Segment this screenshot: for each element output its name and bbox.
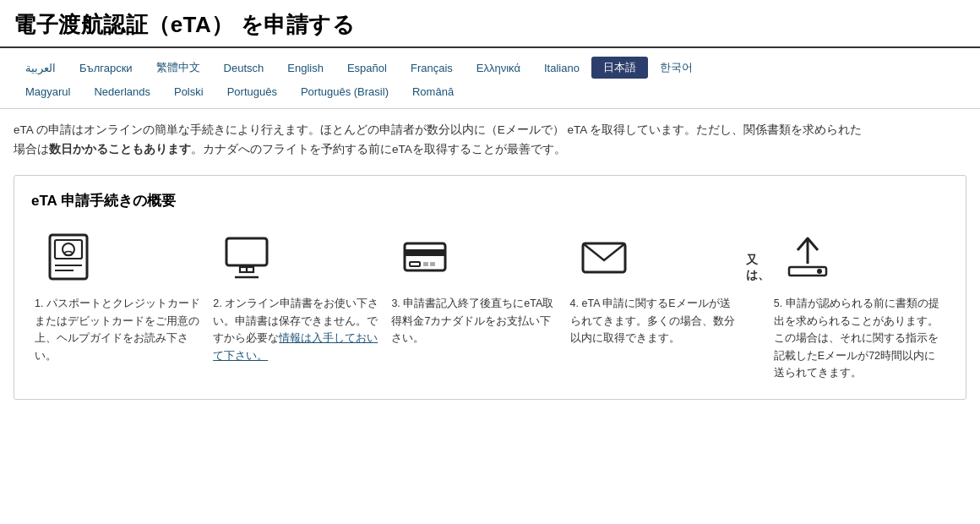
step-2-text: 2. オンライン申請書をお使い下さい。申請書は保存できません。ですから必要な情報… bbox=[213, 295, 379, 365]
page-header: 電子渡航認証（eTA） を申請する bbox=[0, 0, 980, 48]
page-title: 電子渡航認証（eTA） を申請する bbox=[14, 10, 966, 40]
monitor-icon bbox=[213, 227, 280, 287]
lang-العربية[interactable]: العربية bbox=[14, 58, 68, 78]
lang-Français[interactable]: Français bbox=[399, 58, 465, 78]
step-5-text: 5. 申請が認められる前に書類の提出を求められることがあります。この場合は、それ… bbox=[774, 295, 940, 382]
lang-Ελληνικά[interactable]: Ελληνικά bbox=[465, 58, 532, 78]
svg-point-3 bbox=[65, 251, 73, 255]
email-icon bbox=[570, 227, 638, 287]
language-navigation: العربيةБългарски繁體中文DeutschEnglishEspaño… bbox=[0, 48, 980, 109]
lang-日本語[interactable]: 日本語 bbox=[591, 57, 648, 79]
overview-box: eTA 申請手続きの概要 1. パスポートとクレジットカードまたはデビットカード… bbox=[14, 175, 966, 400]
lang-Español[interactable]: Español bbox=[335, 58, 399, 78]
intro-text: eTA の申請はオンラインの簡単な手続きにより行えます。ほとんどの申請者が数分以… bbox=[0, 109, 980, 168]
step-1-text: 1. パスポートとクレジットカードまたはデビットカードをご用意の上、ヘルプガイド… bbox=[35, 295, 201, 365]
svg-rect-14 bbox=[430, 262, 435, 266]
intro-bold: 数日かかることもあります bbox=[49, 143, 191, 156]
lang-English[interactable]: English bbox=[275, 58, 335, 78]
lang-row-2: MagyarulNederlandsPolskiPortuguêsPortugu… bbox=[14, 82, 966, 101]
intro-line1: eTA の申請はオンラインの簡単な手続きにより行えます。ほとんどの申請者が数分以… bbox=[14, 123, 862, 136]
step-1: 1. パスポートとクレジットカードまたはデビットカードをご用意の上、ヘルプガイド… bbox=[31, 227, 210, 365]
lang-Magyarul[interactable]: Magyarul bbox=[14, 82, 82, 101]
step-4: 4. eTA 申請に関するEメールが送られてきます。多くの場合、数分以内に取得で… bbox=[567, 227, 745, 347]
lang-Português-(Brasil)[interactable]: Português (Brasil) bbox=[289, 82, 400, 101]
svg-rect-6 bbox=[226, 238, 267, 265]
step-4-text: 4. eTA 申請に関するEメールが送られてきます。多くの場合、数分以内に取得で… bbox=[570, 295, 737, 347]
creditcard-icon bbox=[391, 227, 459, 287]
step-5: 5. 申請が認められる前に書類の提出を求められることがあります。この場合は、それ… bbox=[770, 227, 949, 382]
lang-Polski[interactable]: Polski bbox=[162, 82, 215, 101]
lang-Deutsch[interactable]: Deutsch bbox=[212, 58, 276, 78]
lang-Italiano[interactable]: Italiano bbox=[532, 58, 591, 78]
upload-icon bbox=[774, 227, 841, 287]
intro-line2-prefix: 場合は bbox=[14, 143, 49, 156]
lang-한국어[interactable]: 한국어 bbox=[648, 57, 705, 79]
lang-row-1: العربيةБългарски繁體中文DeutschEnglishEspaño… bbox=[14, 57, 966, 79]
step-3-text: 3. 申請書記入終了後直ちにeTA取得料金7カナダドルをお支払い下さい。 bbox=[391, 295, 558, 347]
intro-line2-suffix: 。カナダへのフライトを予約する前にeTAを取得することが最善です。 bbox=[191, 143, 566, 156]
step-2: 2. オンライン申請書をお使い下さい。申請書は保存できません。ですから必要な情報… bbox=[210, 227, 388, 365]
lang-繁體中文[interactable]: 繁體中文 bbox=[144, 57, 212, 79]
svg-rect-13 bbox=[423, 262, 428, 266]
lang-Română[interactable]: Română bbox=[400, 82, 466, 101]
overview-title: eTA 申請手続きの概要 bbox=[31, 191, 949, 210]
steps-row: 1. パスポートとクレジットカードまたはデビットカードをご用意の上、ヘルプガイド… bbox=[31, 227, 949, 382]
svg-point-18 bbox=[817, 269, 822, 274]
or-text: 又は、 bbox=[746, 253, 770, 283]
lang-Nederlands[interactable]: Nederlands bbox=[82, 82, 162, 101]
lang-Български[interactable]: Български bbox=[68, 58, 144, 78]
passport-icon bbox=[35, 227, 102, 287]
or-divider: 又は、 bbox=[745, 227, 770, 283]
step-2-link[interactable]: 情報は入手しておいて下さい。 bbox=[213, 332, 378, 362]
svg-rect-11 bbox=[405, 249, 445, 256]
svg-rect-12 bbox=[410, 262, 420, 266]
lang-Português[interactable]: Português bbox=[215, 82, 289, 101]
step-3: 3. 申請書記入終了後直ちにeTA取得料金7カナダドルをお支払い下さい。 bbox=[388, 227, 566, 347]
